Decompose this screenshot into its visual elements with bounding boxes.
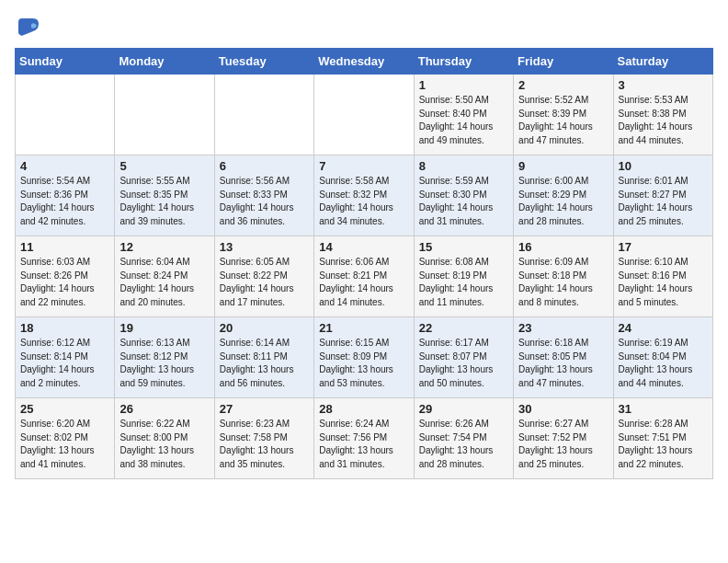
calendar-cell — [115, 75, 214, 155]
weekday-header-wednesday: Wednesday — [314, 49, 414, 75]
day-number: 9 — [518, 159, 608, 173]
day-info: Sunrise: 6:18 AM Sunset: 8:05 PM Dayligh… — [518, 337, 608, 390]
calendar-cell: 1Sunrise: 5:50 AM Sunset: 8:40 PM Daylig… — [414, 75, 513, 155]
day-info: Sunrise: 6:04 AM Sunset: 8:24 PM Dayligh… — [119, 256, 209, 309]
day-info: Sunrise: 6:01 AM Sunset: 8:27 PM Dayligh… — [619, 175, 708, 228]
calendar-cell: 2Sunrise: 5:52 AM Sunset: 8:39 PM Daylig… — [514, 75, 613, 155]
day-number: 18 — [20, 321, 109, 335]
calendar-cell: 28Sunrise: 6:24 AM Sunset: 7:56 PM Dayli… — [314, 398, 414, 479]
day-info: Sunrise: 6:09 AM Sunset: 8:18 PM Dayligh… — [518, 256, 608, 309]
calendar-cell: 19Sunrise: 6:13 AM Sunset: 8:12 PM Dayli… — [115, 317, 214, 398]
calendar-week-row: 25Sunrise: 6:20 AM Sunset: 8:02 PM Dayli… — [16, 398, 713, 479]
calendar-cell: 21Sunrise: 6:15 AM Sunset: 8:09 PM Dayli… — [314, 317, 414, 398]
day-number: 8 — [419, 159, 508, 173]
calendar-cell: 24Sunrise: 6:19 AM Sunset: 8:04 PM Dayli… — [613, 317, 712, 398]
day-number: 17 — [619, 240, 708, 254]
calendar-cell: 4Sunrise: 5:54 AM Sunset: 8:36 PM Daylig… — [16, 155, 115, 236]
weekday-header-sunday: Sunday — [16, 49, 115, 75]
weekday-header-thursday: Thursday — [414, 49, 513, 75]
day-info: Sunrise: 6:03 AM Sunset: 8:26 PM Dayligh… — [20, 256, 109, 309]
day-number: 2 — [518, 78, 608, 92]
calendar-cell: 23Sunrise: 6:18 AM Sunset: 8:05 PM Dayli… — [514, 317, 613, 398]
day-number: 14 — [319, 240, 408, 254]
day-info: Sunrise: 6:19 AM Sunset: 8:04 PM Dayligh… — [619, 337, 708, 390]
day-number: 13 — [220, 240, 309, 254]
day-number: 7 — [319, 159, 408, 173]
day-info: Sunrise: 5:54 AM Sunset: 8:36 PM Dayligh… — [20, 175, 109, 228]
day-info: Sunrise: 6:06 AM Sunset: 8:21 PM Dayligh… — [319, 256, 408, 309]
day-info: Sunrise: 5:55 AM Sunset: 8:35 PM Dayligh… — [119, 175, 209, 228]
calendar-cell: 9Sunrise: 6:00 AM Sunset: 8:29 PM Daylig… — [514, 155, 613, 236]
day-number: 12 — [119, 240, 209, 254]
calendar-cell: 17Sunrise: 6:10 AM Sunset: 8:16 PM Dayli… — [613, 236, 712, 317]
day-info: Sunrise: 6:20 AM Sunset: 8:02 PM Dayligh… — [20, 418, 109, 471]
day-info: Sunrise: 5:53 AM Sunset: 8:38 PM Dayligh… — [619, 94, 708, 147]
day-info: Sunrise: 6:13 AM Sunset: 8:12 PM Dayligh… — [119, 337, 209, 390]
header — [15, 15, 713, 40]
day-number: 4 — [20, 159, 109, 173]
calendar-week-row: 1Sunrise: 5:50 AM Sunset: 8:40 PM Daylig… — [16, 75, 713, 155]
calendar-cell: 6Sunrise: 5:56 AM Sunset: 8:33 PM Daylig… — [214, 155, 313, 236]
weekday-header-monday: Monday — [115, 49, 214, 75]
calendar-week-row: 11Sunrise: 6:03 AM Sunset: 8:26 PM Dayli… — [16, 236, 713, 317]
calendar-cell: 15Sunrise: 6:08 AM Sunset: 8:19 PM Dayli… — [414, 236, 513, 317]
calendar-cell: 20Sunrise: 6:14 AM Sunset: 8:11 PM Dayli… — [214, 317, 313, 398]
calendar-cell: 5Sunrise: 5:55 AM Sunset: 8:35 PM Daylig… — [115, 155, 214, 236]
day-number: 30 — [518, 402, 608, 416]
weekday-header-friday: Friday — [514, 49, 613, 75]
day-info: Sunrise: 6:27 AM Sunset: 7:52 PM Dayligh… — [518, 418, 608, 471]
day-number: 3 — [619, 78, 708, 92]
calendar-cell — [214, 75, 313, 155]
day-info: Sunrise: 6:22 AM Sunset: 8:00 PM Dayligh… — [119, 418, 209, 471]
day-info: Sunrise: 5:58 AM Sunset: 8:32 PM Dayligh… — [319, 175, 408, 228]
day-number: 27 — [220, 402, 309, 416]
calendar-cell: 16Sunrise: 6:09 AM Sunset: 8:18 PM Dayli… — [514, 236, 613, 317]
calendar-cell: 10Sunrise: 6:01 AM Sunset: 8:27 PM Dayli… — [613, 155, 712, 236]
day-info: Sunrise: 6:05 AM Sunset: 8:22 PM Dayligh… — [220, 256, 309, 309]
day-info: Sunrise: 6:28 AM Sunset: 7:51 PM Dayligh… — [619, 418, 708, 471]
weekday-header-row: SundayMondayTuesdayWednesdayThursdayFrid… — [16, 49, 713, 75]
day-number: 11 — [20, 240, 109, 254]
calendar-week-row: 4Sunrise: 5:54 AM Sunset: 8:36 PM Daylig… — [16, 155, 713, 236]
calendar-cell: 14Sunrise: 6:06 AM Sunset: 8:21 PM Dayli… — [314, 236, 414, 317]
logo-icon — [15, 15, 40, 40]
day-number: 6 — [220, 159, 309, 173]
day-info: Sunrise: 6:17 AM Sunset: 8:07 PM Dayligh… — [419, 337, 508, 390]
day-info: Sunrise: 5:50 AM Sunset: 8:40 PM Dayligh… — [419, 94, 508, 147]
weekday-header-tuesday: Tuesday — [214, 49, 313, 75]
day-number: 24 — [619, 321, 708, 335]
day-number: 5 — [119, 159, 209, 173]
logo — [15, 15, 44, 40]
day-number: 25 — [20, 402, 109, 416]
day-number: 28 — [319, 402, 408, 416]
day-info: Sunrise: 6:23 AM Sunset: 7:58 PM Dayligh… — [220, 418, 309, 471]
day-number: 16 — [518, 240, 608, 254]
calendar-cell — [16, 75, 115, 155]
calendar-cell: 18Sunrise: 6:12 AM Sunset: 8:14 PM Dayli… — [16, 317, 115, 398]
day-number: 15 — [419, 240, 508, 254]
calendar-cell: 22Sunrise: 6:17 AM Sunset: 8:07 PM Dayli… — [414, 317, 513, 398]
calendar-cell: 27Sunrise: 6:23 AM Sunset: 7:58 PM Dayli… — [214, 398, 313, 479]
calendar-week-row: 18Sunrise: 6:12 AM Sunset: 8:14 PM Dayli… — [16, 317, 713, 398]
day-number: 20 — [220, 321, 309, 335]
calendar-cell: 31Sunrise: 6:28 AM Sunset: 7:51 PM Dayli… — [613, 398, 712, 479]
weekday-header-saturday: Saturday — [613, 49, 712, 75]
day-info: Sunrise: 6:12 AM Sunset: 8:14 PM Dayligh… — [20, 337, 109, 390]
day-info: Sunrise: 5:56 AM Sunset: 8:33 PM Dayligh… — [220, 175, 309, 228]
calendar-cell: 11Sunrise: 6:03 AM Sunset: 8:26 PM Dayli… — [16, 236, 115, 317]
day-info: Sunrise: 6:00 AM Sunset: 8:29 PM Dayligh… — [518, 175, 608, 228]
calendar-table: SundayMondayTuesdayWednesdayThursdayFrid… — [15, 48, 713, 479]
calendar-cell: 25Sunrise: 6:20 AM Sunset: 8:02 PM Dayli… — [16, 398, 115, 479]
calendar-cell — [314, 75, 414, 155]
day-info: Sunrise: 6:24 AM Sunset: 7:56 PM Dayligh… — [319, 418, 408, 471]
day-number: 10 — [619, 159, 708, 173]
day-number: 31 — [619, 402, 708, 416]
day-info: Sunrise: 5:59 AM Sunset: 8:30 PM Dayligh… — [419, 175, 508, 228]
day-info: Sunrise: 6:08 AM Sunset: 8:19 PM Dayligh… — [419, 256, 508, 309]
calendar-cell: 13Sunrise: 6:05 AM Sunset: 8:22 PM Dayli… — [214, 236, 313, 317]
day-number: 22 — [419, 321, 508, 335]
day-number: 29 — [419, 402, 508, 416]
day-number: 26 — [119, 402, 209, 416]
day-number: 19 — [119, 321, 209, 335]
calendar-cell: 8Sunrise: 5:59 AM Sunset: 8:30 PM Daylig… — [414, 155, 513, 236]
